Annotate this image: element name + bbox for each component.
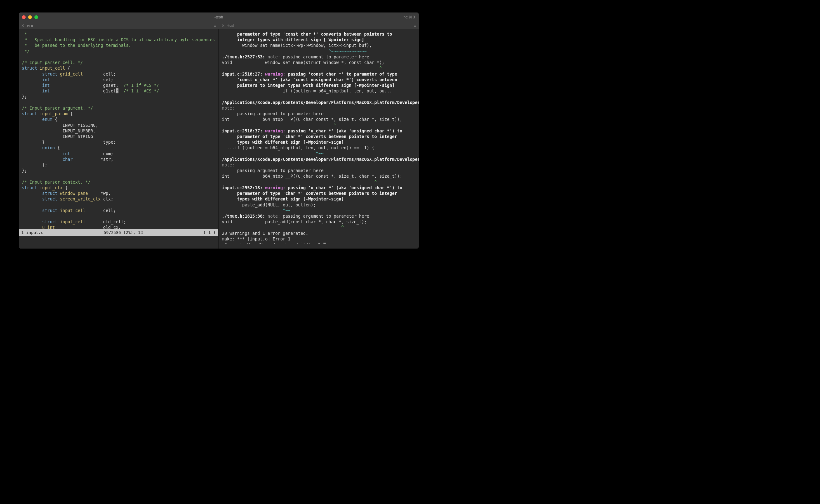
vim-editor[interactable]: * * - Special handling for ESC inside a … [19, 29, 218, 229]
terminal-window: -tcsh ⌥⌘3 ✕ vim ≡ ✕ -tcsh ≡ * * - Specia… [19, 12, 419, 249]
status-position: 59/2586 (2%), 13 [104, 230, 143, 235]
menu-icon[interactable]: ≡ [414, 23, 416, 29]
tab-label: -tcsh [227, 23, 236, 28]
left-pane[interactable]: * * - Special handling for ESC inside a … [19, 29, 219, 249]
traffic-lights [22, 15, 38, 19]
vim-statusbar: 1 input.c 59/2586 (2%), 13 (-1 ) [19, 229, 218, 236]
window-title: -tcsh [215, 14, 223, 20]
close-icon[interactable] [22, 15, 26, 19]
window-shortcut: ⌥⌘3 [403, 15, 416, 20]
status-file: 1 input.c [21, 230, 43, 235]
shell-prompt[interactable]: ▸George's-Mac:/Users/gnachman/git/tmux% [222, 242, 324, 244]
cursor [324, 243, 326, 244]
menu-icon[interactable]: ≡ [214, 23, 216, 29]
tab-bar: ✕ vim ≡ ✕ -tcsh ≡ [19, 22, 419, 29]
minimize-icon[interactable] [28, 15, 32, 19]
tab-label: vim [27, 23, 33, 28]
tab-vim[interactable]: ✕ vim ≡ [19, 22, 219, 29]
title-bar[interactable]: -tcsh ⌥⌘3 [19, 12, 419, 22]
tab-tcsh[interactable]: ✕ -tcsh ≡ [219, 22, 419, 29]
status-right: (-1 ) [203, 230, 216, 235]
right-pane[interactable]: parameter of type 'const char *' convert… [219, 29, 419, 249]
split-panes: * * - Special handling for ESC inside a … [19, 29, 419, 249]
close-icon[interactable]: ✕ [222, 23, 225, 28]
zoom-icon[interactable] [34, 15, 38, 19]
shell-output[interactable]: parameter of type 'const char *' convert… [219, 29, 419, 244]
close-icon[interactable]: ✕ [21, 23, 24, 28]
pane-padding [19, 236, 218, 249]
